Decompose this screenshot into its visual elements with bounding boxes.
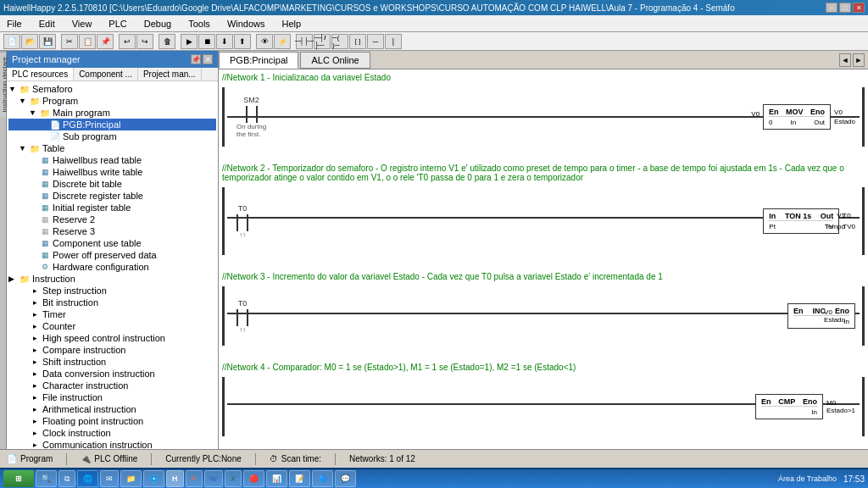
- taskbar-app-mail[interactable]: ✉: [100, 470, 119, 487]
- tree-hw-write[interactable]: ▦Haiwellbus write table: [8, 166, 216, 178]
- tb-nc-contact[interactable]: ─┤/├─: [314, 34, 331, 49]
- tab-component[interactable]: Component ...: [74, 68, 138, 80]
- taskbar-tray: Área de Trabalho 17:53: [778, 474, 865, 484]
- tb-coil[interactable]: ─( )─: [331, 34, 348, 49]
- cmp-right-labels: M0 Estado>1: [826, 399, 855, 414]
- taskbar-app-blue2[interactable]: 🔷: [312, 470, 333, 487]
- taskbar-app-haiwell[interactable]: H: [166, 470, 184, 487]
- tree-data-conv[interactable]: ▸Data conversion instruction: [8, 368, 216, 380]
- tree-file-instr[interactable]: ▸File instruction: [8, 391, 216, 403]
- tree-reserve2[interactable]: ▦Reserve 2: [8, 214, 216, 225]
- tb-save[interactable]: 💾: [39, 34, 56, 49]
- tree-main-program[interactable]: ▼📁Main program: [8, 107, 216, 119]
- taskbar-app-word[interactable]: W: [204, 470, 224, 487]
- tree-bit-instr[interactable]: ▸Bit instruction: [8, 297, 216, 308]
- taskbar-app-powerpoint[interactable]: P: [186, 470, 203, 487]
- tb-open[interactable]: 📂: [21, 34, 38, 49]
- tree-counter-label: Counter: [42, 321, 75, 331]
- start-button[interactable]: ⊞: [3, 470, 34, 487]
- tab-project-man[interactable]: Project man...: [138, 68, 202, 80]
- nav-left[interactable]: ◄: [839, 53, 851, 67]
- tb-copy[interactable]: 📋: [79, 34, 96, 49]
- tb-vline[interactable]: |: [385, 34, 402, 49]
- taskbar-app-explorer[interactable]: 📁: [120, 470, 142, 487]
- taskbar-app-msg[interactable]: 💬: [335, 470, 356, 487]
- tb-monitor[interactable]: 👁: [256, 34, 273, 49]
- taskbar-app-task[interactable]: ⧉: [58, 470, 75, 487]
- tab-plc-resources[interactable]: PLC resources: [7, 68, 74, 80]
- ladder-area[interactable]: //Network 1 - Inicializacao da variavel …: [219, 69, 868, 449]
- tree-initial-reg[interactable]: ▦Initial register table: [8, 202, 216, 214]
- tree-instruction[interactable]: ▶📁Instruction: [8, 273, 216, 285]
- menu-help[interactable]: Help: [279, 18, 305, 30]
- menu-view[interactable]: View: [69, 18, 96, 30]
- tree-discrete-reg[interactable]: ▦Discrete register table: [8, 190, 216, 202]
- menu-tools[interactable]: Tools: [185, 18, 214, 30]
- taskbar-app-excel[interactable]: X: [225, 470, 242, 487]
- tb-line[interactable]: ─: [367, 34, 384, 49]
- tree-shift[interactable]: ▸Shift instruction: [8, 356, 216, 368]
- menu-windows[interactable]: Windows: [224, 18, 269, 30]
- taskbar-app-blue[interactable]: 💠: [143, 470, 164, 487]
- tb-paste[interactable]: 📌: [97, 34, 114, 49]
- minimize-button[interactable]: −: [826, 3, 837, 13]
- tree-comm-instr[interactable]: ▸Communication instruction: [8, 439, 216, 449]
- tb-contact[interactable]: ─┤├─: [296, 34, 313, 49]
- tree-step-instr[interactable]: ▸Step instruction: [8, 285, 216, 297]
- tree-program[interactable]: ▼📁Program: [8, 95, 216, 107]
- menu-plc[interactable]: PLC: [105, 18, 130, 30]
- panel-close[interactable]: ✕: [203, 54, 213, 64]
- tree-discrete-bit[interactable]: ▦Discrete bit table: [8, 178, 216, 190]
- contact-t0-n2: T0 ↑↑: [236, 204, 248, 239]
- tb-redo[interactable]: ↪: [136, 34, 153, 49]
- mov-block: En MOV Eno 0 In Out: [763, 104, 831, 130]
- tb-delete[interactable]: 🗑: [159, 34, 175, 49]
- tree-timer[interactable]: ▸Timer: [8, 308, 216, 320]
- menu-edit[interactable]: Edit: [36, 18, 58, 30]
- tree-pgb-principal[interactable]: 📄PGB:Principal: [8, 119, 216, 130]
- tree-clock-instr[interactable]: ▸Clock instruction: [8, 427, 216, 439]
- cmp-title-row: En CMP Eno: [761, 397, 817, 407]
- tree-reserve3[interactable]: ▦Reserve 3: [8, 225, 216, 237]
- tree-hw-read[interactable]: ▦Haiwellbus read table: [8, 154, 216, 166]
- taskbar-app-red[interactable]: 🔴: [243, 470, 264, 487]
- tree-component-use[interactable]: ▦Component use table: [8, 237, 216, 249]
- status-plc-icon: 🔌: [81, 454, 91, 463]
- nav-right[interactable]: ►: [853, 53, 865, 67]
- maximize-button[interactable]: □: [839, 3, 851, 13]
- tree-semaforo[interactable]: ▼📁Semaforo: [8, 83, 216, 95]
- tree-arith-instr[interactable]: ▸Arithmetical instruction: [8, 403, 216, 415]
- tb-undo[interactable]: ↩: [119, 34, 136, 49]
- tb-stop[interactable]: ⏹: [198, 34, 215, 49]
- taskbar-app-ie[interactable]: 🌐: [77, 470, 98, 487]
- menu-debug[interactable]: Debug: [141, 18, 175, 30]
- tb-cut[interactable]: ✂: [61, 34, 78, 49]
- tree-float-instr[interactable]: ▸Floating point instruction: [8, 415, 216, 427]
- tree-table[interactable]: ▼📁Table: [8, 142, 216, 154]
- tb-download[interactable]: ⬇: [216, 34, 233, 49]
- tree-counter[interactable]: ▸Counter: [8, 320, 216, 332]
- cmp-title: CMP: [778, 397, 795, 406]
- panel-pin[interactable]: 📌: [191, 54, 201, 64]
- tree-char-instr[interactable]: ▸Character instruction: [8, 380, 216, 391]
- taskbar-app-notepad[interactable]: 📝: [289, 470, 310, 487]
- tab-pgb-principal[interactable]: PGB:Principal: [219, 52, 298, 69]
- tb-force[interactable]: ⚡: [274, 34, 291, 49]
- tb-fb[interactable]: [ ]: [349, 34, 366, 49]
- tree-power-off[interactable]: ▦Power off preserved data: [8, 249, 216, 261]
- ton-pt: Pt: [769, 223, 776, 230]
- tb-build[interactable]: ▶: [181, 34, 198, 49]
- taskbar-app-search[interactable]: 🔍: [36, 470, 57, 487]
- tree-high-speed[interactable]: ▸High speed control instruction: [8, 332, 216, 344]
- side-tab-instruction[interactable]: Instruction declare: [0, 51, 6, 117]
- tb-upload[interactable]: ⬆: [234, 34, 251, 49]
- taskbar-app-chart[interactable]: 📊: [266, 470, 287, 487]
- menu-file[interactable]: File: [3, 18, 25, 30]
- tree-compare[interactable]: ▸Compare instruction: [8, 344, 216, 356]
- tree-hw-config[interactable]: ⚙Hardware configuration: [8, 261, 216, 273]
- tree-sub-program[interactable]: 📄Sub program: [8, 130, 216, 142]
- tab-alc-online[interactable]: ALC Online: [300, 52, 370, 69]
- tb-new[interactable]: 📄: [3, 34, 20, 49]
- close-button[interactable]: ✕: [853, 3, 865, 13]
- network-4: //Network 4 - Comparador: M0 = 1 se (Est…: [222, 363, 865, 436]
